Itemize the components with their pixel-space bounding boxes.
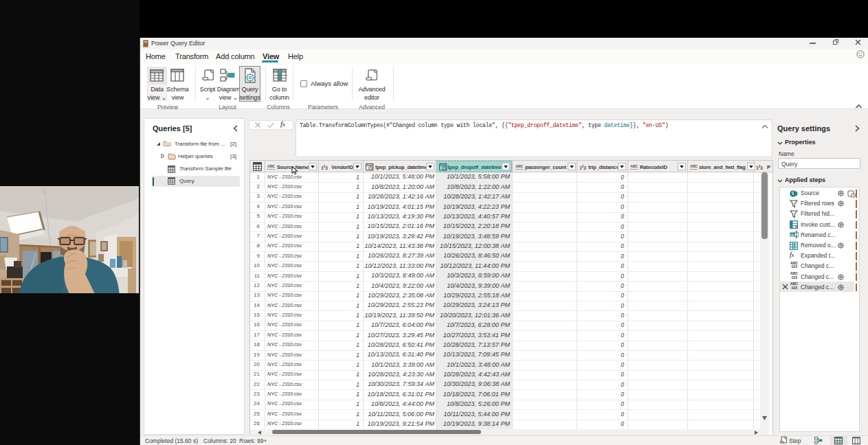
- svg-text:fx: fx: [795, 225, 798, 229]
- svg-text:S: S: [791, 191, 794, 196]
- svg-text:ab: ab: [791, 233, 795, 237]
